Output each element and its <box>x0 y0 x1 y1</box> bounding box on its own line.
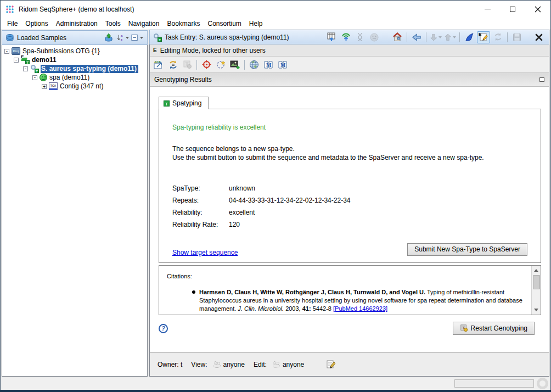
save-disk-icon <box>513 33 521 42</box>
toolbar-separator <box>459 32 460 42</box>
manual-button-1[interactable]: M <box>262 59 275 71</box>
sample-t-badge: T <box>25 60 30 64</box>
menu-options[interactable]: Options <box>21 19 52 29</box>
tree-item-contig[interactable]: + TCA Contig (347 nt) <box>2 82 147 91</box>
menu-bookmarks[interactable]: Bookmarks <box>163 19 204 29</box>
edit-e-badge: E <box>479 32 481 37</box>
restart-genotyping-button[interactable]: T Restart Genotyping <box>453 322 535 335</box>
menu-tools[interactable]: Tools <box>102 19 125 29</box>
pubmed-link[interactable]: [PubMed 14662923] <box>333 305 387 312</box>
editing-mode-icon: E <box>153 47 157 53</box>
tree-label[interactable]: demo11 <box>31 56 58 64</box>
expander-icon[interactable]: - <box>23 66 28 71</box>
submit-table-button[interactable] <box>325 31 338 43</box>
load-samples-icon <box>104 33 114 42</box>
expander-icon[interactable]: - <box>4 49 9 54</box>
reload-results-button[interactable] <box>166 59 179 71</box>
svg-text:M: M <box>266 62 272 68</box>
menu-help[interactable]: Help <box>245 19 267 29</box>
scroll-down-button[interactable] <box>532 305 541 315</box>
task-icon: T <box>30 65 39 72</box>
tree-item-spa-typing-task[interactable]: - T S. aureus spa-typing (demo11) <box>2 64 147 73</box>
sample-icon: E T <box>21 56 30 64</box>
down-arrow-icon <box>430 33 437 42</box>
collapse-tree-button[interactable] <box>131 32 144 44</box>
window-bottom-edge <box>0 390 551 392</box>
edit-permissions-icon[interactable] <box>326 360 336 369</box>
sort-button[interactable]: a z <box>116 32 130 44</box>
loaded-samples-header: Loaded Samples a z <box>2 30 148 45</box>
window-title: Ridom SeqSphere+ (demo at localhost) <box>19 5 475 13</box>
expander-icon[interactable]: + <box>42 84 47 89</box>
go-down-button <box>429 31 442 43</box>
home-icon <box>392 32 402 42</box>
menu-bar: File Options Administration Tools Naviga… <box>1 18 550 29</box>
tree-item-demo11[interactable]: - E T demo11 <box>2 55 147 64</box>
tree-item-spa-submissions[interactable]: - Proj Spa-Submissions OTG {1} <box>2 47 147 55</box>
task-settings-button: T <box>181 59 194 71</box>
citation-year: 2003, <box>284 305 302 312</box>
editing-mode-text: Editing Mode, locked for other users <box>160 47 266 54</box>
menu-administration[interactable]: Administration <box>52 19 102 29</box>
close-task-button[interactable] <box>532 31 546 43</box>
field-label: Repeats: <box>172 197 229 204</box>
group-icon <box>272 361 281 368</box>
recompute-button[interactable] <box>214 59 227 71</box>
sort-az-icon: a z <box>117 33 125 42</box>
globe-icon <box>249 60 259 70</box>
web-button[interactable] <box>248 59 261 71</box>
loaded-samples-panel: Loaded Samples a z <box>2 30 148 377</box>
detach-panel-icon[interactable] <box>539 77 544 82</box>
tree-item-spa[interactable]: - spa (demo11) <box>2 73 147 82</box>
task-entry-header: T Task Entry: S. aureus spa-typing (demo… <box>149 30 549 44</box>
scroll-down-icon <box>534 309 538 311</box>
expander-icon[interactable]: - <box>32 75 37 80</box>
edit-mode-button[interactable]: E <box>477 31 490 43</box>
tree-label[interactable]: Spa-Submissions OTG {1} <box>22 47 102 55</box>
scroll-up-button[interactable] <box>532 266 541 275</box>
task-t-badge: T <box>158 37 162 42</box>
citation-volume: 41: <box>302 305 311 312</box>
submit-spa-type-button[interactable]: Submit New Spa-Type to SpaServer <box>407 243 527 256</box>
expander-icon[interactable]: - <box>14 58 19 63</box>
export-sequence-button[interactable]: AGT <box>152 59 165 71</box>
dna-button <box>353 31 367 43</box>
help-button[interactable]: ? <box>159 324 168 333</box>
dna-icon <box>356 32 364 42</box>
editing-mode-bar: E Editing Mode, locked for other users <box>150 44 549 57</box>
smiley-eye <box>42 76 43 77</box>
load-samples-button[interactable] <box>102 32 115 44</box>
manual-button-2[interactable]: M <box>276 59 289 71</box>
field-value: 120 <box>229 221 240 228</box>
title-bar: Ridom SeqSphere+ (demo at localhost) <box>1 1 550 18</box>
close-button[interactable] <box>525 1 550 18</box>
menu-file[interactable]: File <box>3 19 21 29</box>
submit-spaserver-button[interactable] <box>339 31 352 43</box>
maximize-button[interactable] <box>500 1 525 18</box>
citations-scrollbar[interactable] <box>531 266 541 315</box>
tree-label[interactable]: S. aureus spa-typing (demo11) <box>41 65 138 73</box>
menu-navigation[interactable]: Navigation <box>125 19 164 29</box>
tab-spatyping[interactable]: T Spatyping <box>159 97 209 109</box>
scroll-thumb[interactable] <box>533 275 540 289</box>
toolbar-separator <box>244 60 245 70</box>
back-button[interactable] <box>410 31 423 43</box>
target-definition-button[interactable] <box>200 59 213 71</box>
field-reliability-rate: Reliability Rate: 120 <box>172 219 527 231</box>
export-sequence-icon: AGT <box>154 60 164 70</box>
tree-label[interactable]: spa (demo11) <box>49 74 91 82</box>
field-label: Reliability: <box>172 209 229 216</box>
home-button[interactable] <box>391 31 404 43</box>
recompute-icon <box>216 60 226 70</box>
task-settings-icon: T <box>183 60 192 69</box>
add-image-button[interactable] <box>228 59 241 71</box>
face-status-button <box>368 31 381 43</box>
bookmark-button[interactable] <box>463 31 476 43</box>
restart-genotyping-icon: T <box>460 324 468 332</box>
app-logo-icon <box>5 5 14 14</box>
menu-consortium[interactable]: Consortium <box>204 19 245 29</box>
tree-label[interactable]: Contig (347 nt) <box>59 82 105 91</box>
task-entry-icon: T <box>153 33 162 41</box>
show-target-sequence-link[interactable]: Show target sequence <box>172 249 238 256</box>
minimize-button[interactable] <box>475 1 500 18</box>
